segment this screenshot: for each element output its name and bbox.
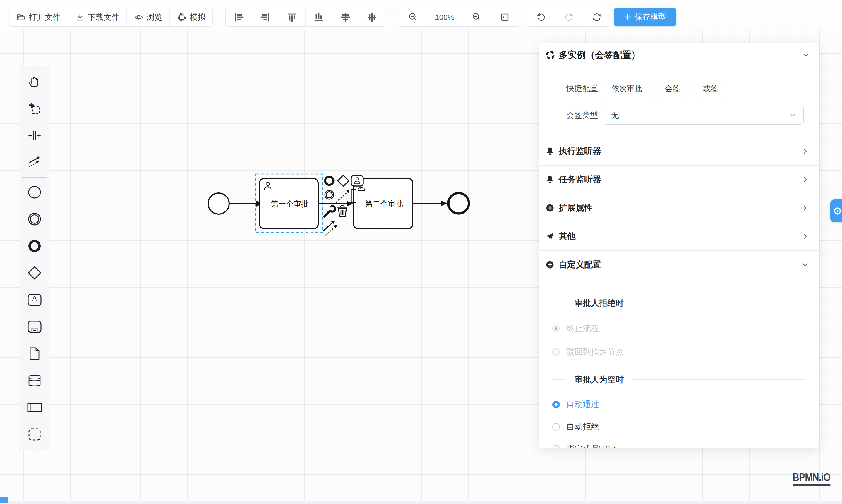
undo-button[interactable] xyxy=(527,8,555,26)
create-user-task[interactable] xyxy=(20,286,49,313)
toolbar-history-group xyxy=(527,8,611,26)
divider xyxy=(552,303,565,303)
empty-group-title: 审批人为空时 xyxy=(552,374,805,385)
fit-viewport-button[interactable] xyxy=(491,8,519,26)
align-right-button[interactable] xyxy=(252,8,279,26)
quick-config-orsign-button[interactable]: 或签 xyxy=(695,80,726,97)
end-event-icon xyxy=(28,239,41,253)
align-center-vertical-button[interactable] xyxy=(359,8,385,26)
save-model-button[interactable]: 保存模型 xyxy=(614,8,676,26)
create-end-event[interactable] xyxy=(20,233,49,259)
download-file-button[interactable]: 下载文件 xyxy=(68,8,127,26)
bell-icon xyxy=(545,175,555,184)
toolbar: 打开文件 下载文件 浏览 xyxy=(0,0,842,30)
section-task-listener[interactable]: 任务监听器 xyxy=(539,165,819,194)
create-participant[interactable] xyxy=(20,394,49,421)
refresh-button[interactable] xyxy=(583,8,611,26)
radio-return-to-node[interactable]: 驳回到指定节点 xyxy=(552,347,819,357)
zoom-in-button[interactable] xyxy=(462,8,491,26)
radio-icon[interactable] xyxy=(552,325,560,332)
chevron-down-icon xyxy=(802,261,809,268)
align-bottom-icon xyxy=(313,12,324,23)
zoom-out-button[interactable] xyxy=(399,8,427,26)
sign-type-label: 会签类型 xyxy=(539,110,598,121)
horizontal-scrollbar[interactable] xyxy=(0,501,842,504)
sign-type-value: 无 xyxy=(611,110,619,121)
fit-viewport-icon xyxy=(499,12,510,22)
section-label: 自定义配置 xyxy=(559,259,601,271)
plus-circle-icon xyxy=(545,203,555,213)
hand-tool[interactable] xyxy=(20,68,49,95)
radio-label: 终止流程 xyxy=(566,323,599,334)
align-center-vertical-icon xyxy=(366,12,378,23)
reject-group-title: 审批人拒绝时 xyxy=(552,298,805,309)
preview-button[interactable]: 浏览 xyxy=(127,8,170,26)
section-extended-properties[interactable]: 扩展属性 xyxy=(539,194,819,222)
zoom-out-icon xyxy=(408,12,418,22)
create-subprocess[interactable] xyxy=(20,313,49,340)
create-start-event[interactable] xyxy=(20,179,49,205)
align-left-button[interactable] xyxy=(226,8,252,26)
radio-auto-reject[interactable]: 自动拒绝 xyxy=(552,421,819,432)
connect-arrows-icon xyxy=(28,156,41,169)
send-icon xyxy=(545,232,555,241)
gateway-icon xyxy=(27,266,42,280)
hand-icon xyxy=(28,75,41,88)
start-event-icon xyxy=(28,185,41,199)
quick-config-label: 快捷配置 xyxy=(539,83,598,94)
bpmn-io-badge[interactable] xyxy=(0,497,8,503)
align-left-icon xyxy=(233,12,244,23)
radio-assign-member[interactable]: 指定成员审批 xyxy=(552,444,819,448)
section-execution-listener[interactable]: 执行监听器 xyxy=(539,137,819,165)
create-intermediate-event[interactable] xyxy=(20,205,49,233)
chevron-right-icon xyxy=(802,148,809,155)
toolbar-zoom-group: 100% xyxy=(399,8,519,26)
radio-terminate-process[interactable]: 终止流程 xyxy=(552,323,819,334)
plus-circle-icon xyxy=(545,260,555,269)
radio-icon[interactable] xyxy=(552,423,560,431)
align-top-button[interactable] xyxy=(279,8,305,26)
data-store-icon xyxy=(28,374,41,387)
chevron-down-icon[interactable] xyxy=(802,51,810,59)
panel-header[interactable]: 多实例（会签配置） xyxy=(539,43,819,67)
lasso-tool[interactable] xyxy=(20,95,49,122)
global-connect-tool[interactable] xyxy=(20,149,49,176)
folder-open-icon xyxy=(16,12,26,22)
space-tool[interactable] xyxy=(20,122,49,149)
sign-type-select[interactable]: 无 xyxy=(604,106,804,125)
create-data-store[interactable] xyxy=(20,367,49,394)
quick-config-countersign-button[interactable]: 会签 xyxy=(657,80,688,97)
chevron-right-icon xyxy=(802,204,809,212)
participant-icon xyxy=(27,402,42,413)
radio-label: 自动通过 xyxy=(566,399,599,410)
align-center-horizontal-button[interactable] xyxy=(332,8,359,26)
quick-config-sequential-button[interactable]: 依次审批 xyxy=(604,80,650,97)
radio-icon[interactable] xyxy=(552,401,560,408)
create-group[interactable] xyxy=(20,421,49,448)
align-top-icon xyxy=(286,12,298,23)
radio-icon[interactable] xyxy=(552,348,560,356)
undo-icon xyxy=(536,12,547,23)
divider xyxy=(633,303,805,303)
section-custom-config[interactable]: 自定义配置 xyxy=(539,251,819,279)
radio-label: 指定成员审批 xyxy=(566,444,615,448)
download-file-label: 下载文件 xyxy=(88,12,119,22)
create-data-object[interactable] xyxy=(20,340,49,367)
create-gateway[interactable] xyxy=(20,259,49,286)
redo-button[interactable] xyxy=(555,8,583,26)
bpmn-logo: BPMN.iO xyxy=(792,471,830,486)
open-file-button[interactable]: 打开文件 xyxy=(9,8,68,26)
simulate-button[interactable]: 模拟 xyxy=(170,8,212,26)
refresh-icon xyxy=(591,12,602,23)
intermediate-event-icon xyxy=(28,212,41,226)
simulate-label: 模拟 xyxy=(190,12,206,22)
align-bottom-button[interactable] xyxy=(305,8,332,26)
group-title-text: 审批人为空时 xyxy=(575,374,624,385)
bpmn-editor-app: 打开文件 下载文件 浏览 xyxy=(0,0,842,504)
section-other[interactable]: 其他 xyxy=(539,222,819,251)
settings-tab[interactable]: ⚙ xyxy=(830,199,842,222)
radio-auto-approve[interactable]: 自动通过 xyxy=(552,399,819,410)
eye-icon xyxy=(134,12,144,22)
radio-icon[interactable] xyxy=(552,445,560,448)
section-label: 扩展属性 xyxy=(559,202,593,214)
